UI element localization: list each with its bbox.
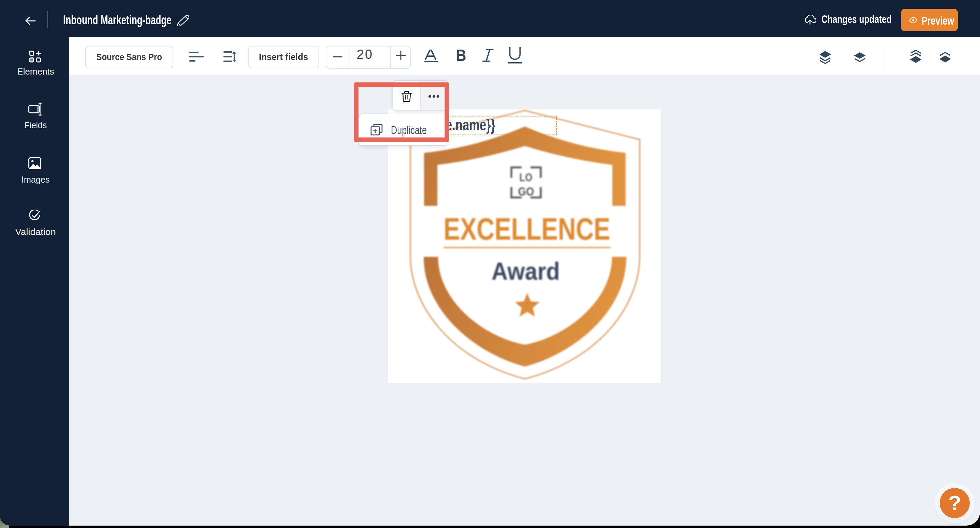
- svg-text:Award: Award: [492, 257, 560, 285]
- svg-text:LO: LO: [519, 171, 532, 183]
- svg-text:GO: GO: [518, 185, 534, 198]
- svg-text:EXCELLENCE: EXCELLENCE: [444, 212, 610, 246]
